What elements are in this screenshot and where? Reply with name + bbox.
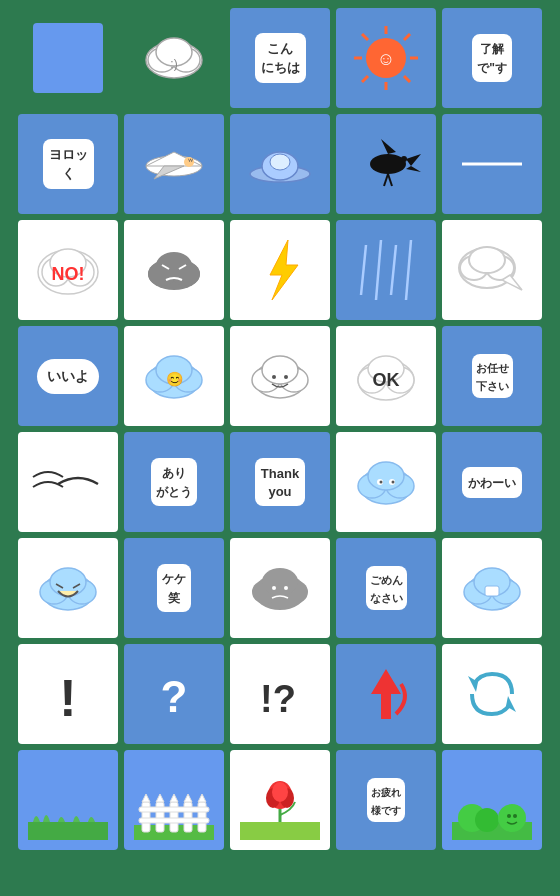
svg-marker-25 [406, 154, 421, 166]
cell-blue-line[interactable] [442, 114, 542, 214]
svg-point-86 [262, 568, 298, 596]
svg-point-62 [272, 375, 276, 379]
svg-text:😊: 😊 [166, 371, 184, 388]
konnichiwa-text: こんにちは [261, 41, 300, 75]
cell-omakase[interactable]: お任せ下さい [442, 326, 542, 426]
cell-laugh-cloud[interactable] [18, 538, 118, 638]
svg-point-40 [156, 252, 192, 280]
cell-exclaim-question[interactable]: !? [230, 644, 330, 744]
svg-point-51 [469, 247, 505, 273]
svg-point-125 [498, 804, 526, 832]
kawai-text: かわーい [468, 476, 516, 490]
cell-black-bird[interactable] [336, 114, 436, 214]
otsukaresama-text: お疲れ様です [371, 787, 401, 816]
svg-line-14 [404, 34, 410, 40]
cell-ryokai[interactable]: 了解で"す [442, 8, 542, 108]
svg-point-124 [475, 808, 499, 832]
svg-line-29 [384, 174, 388, 186]
svg-marker-26 [381, 139, 396, 154]
cell-blue-solid[interactable] [18, 8, 118, 108]
cell-grass-blue[interactable] [18, 750, 118, 850]
svg-line-45 [376, 240, 381, 300]
cell-bird-flying[interactable] [18, 432, 118, 532]
cell-thankyou[interactable]: Thankyou [230, 432, 330, 532]
svg-text:NO!: NO! [52, 264, 85, 284]
cell-arrow-up[interactable] [336, 644, 436, 744]
cell-iiyo[interactable]: いいよ [18, 326, 118, 426]
cell-cloud-box[interactable] [442, 538, 542, 638]
emoji-grid: :) こんにちは ☺ 了解で"す ヨロッく [18, 8, 542, 850]
cell-kawai[interactable]: かわーい [442, 432, 542, 532]
svg-text:OK: OK [373, 370, 400, 390]
svg-point-127 [513, 814, 517, 818]
cell-ok[interactable]: OK [336, 326, 436, 426]
svg-line-30 [388, 174, 392, 186]
cell-no[interactable]: NO! [18, 220, 118, 320]
cell-bushes[interactable] [442, 750, 542, 850]
cell-question[interactable]: ? [124, 644, 224, 744]
svg-point-27 [401, 156, 407, 162]
cell-cloud-face[interactable] [336, 432, 436, 532]
svg-marker-28 [406, 166, 421, 172]
cell-yoroshiku[interactable]: ヨロッく [18, 114, 118, 214]
svg-point-88 [284, 586, 288, 590]
cell-sun[interactable]: ☺ [336, 8, 436, 108]
cell-gray-cloud-sad[interactable] [230, 538, 330, 638]
omakase-text: お任せ下さい [476, 362, 509, 392]
iiyo-text: いいよ [47, 368, 89, 384]
cell-arigatou[interactable]: ありがとう [124, 432, 224, 532]
svg-point-63 [284, 375, 288, 379]
cell-plane-cat[interactable]: ʷ [124, 114, 224, 214]
svg-rect-114 [139, 818, 209, 823]
yoroshiku-text: ヨロッく [49, 147, 88, 181]
gomennasai-text: ごめんなさい [370, 574, 403, 604]
svg-point-72 [368, 462, 404, 490]
cell-konnichiwa[interactable]: こんにちは [230, 8, 330, 108]
svg-point-76 [392, 481, 395, 484]
svg-point-120 [272, 782, 288, 802]
svg-rect-115 [240, 822, 320, 840]
cell-cloud-plain[interactable]: :) [124, 8, 224, 108]
svg-point-75 [380, 481, 383, 484]
thankyou-text: Thankyou [261, 466, 299, 499]
svg-text:!?: !? [260, 678, 296, 720]
cell-arrow-refresh[interactable] [442, 644, 542, 744]
svg-text:!: ! [59, 669, 76, 727]
cell-otsukaresama[interactable]: お疲れ様です [336, 750, 436, 850]
svg-line-15 [362, 76, 368, 82]
cell-gomennasai[interactable]: ごめんなさい [336, 538, 436, 638]
svg-line-12 [362, 34, 368, 40]
svg-text:?: ? [161, 672, 188, 721]
cell-happy-cloud[interactable]: 😊 [124, 326, 224, 426]
svg-rect-113 [139, 807, 209, 812]
cell-storm-cloud[interactable] [124, 220, 224, 320]
cell-smile-cloud[interactable] [230, 326, 330, 426]
kekke-text: ケケ笑 [162, 572, 186, 605]
svg-line-44 [361, 245, 366, 295]
cell-fence[interactable] [124, 750, 224, 850]
svg-point-24 [370, 154, 406, 174]
cell-tulip[interactable] [230, 750, 330, 850]
svg-marker-43 [270, 240, 298, 300]
cell-speech-right[interactable] [442, 220, 542, 320]
svg-line-46 [391, 245, 396, 295]
svg-text:☺: ☺ [377, 49, 395, 69]
svg-line-13 [404, 76, 410, 82]
cell-lightning[interactable] [230, 220, 330, 320]
cell-exclaim[interactable]: ! [18, 644, 118, 744]
svg-rect-93 [485, 586, 499, 596]
svg-point-126 [507, 814, 511, 818]
svg-point-87 [272, 586, 276, 590]
cell-rain[interactable] [336, 220, 436, 320]
cell-kekke[interactable]: ケケ笑 [124, 538, 224, 638]
svg-text:ʷ: ʷ [188, 156, 193, 167]
ryokai-text: 了解で"す [477, 42, 507, 75]
svg-rect-0 [33, 23, 103, 93]
svg-text::): :) [170, 57, 177, 71]
svg-point-61 [262, 356, 298, 384]
svg-rect-100 [28, 822, 108, 840]
cell-ufo[interactable] [230, 114, 330, 214]
svg-point-23 [270, 154, 290, 170]
arigatou-text: ありがとう [156, 466, 192, 499]
svg-line-47 [406, 240, 411, 300]
